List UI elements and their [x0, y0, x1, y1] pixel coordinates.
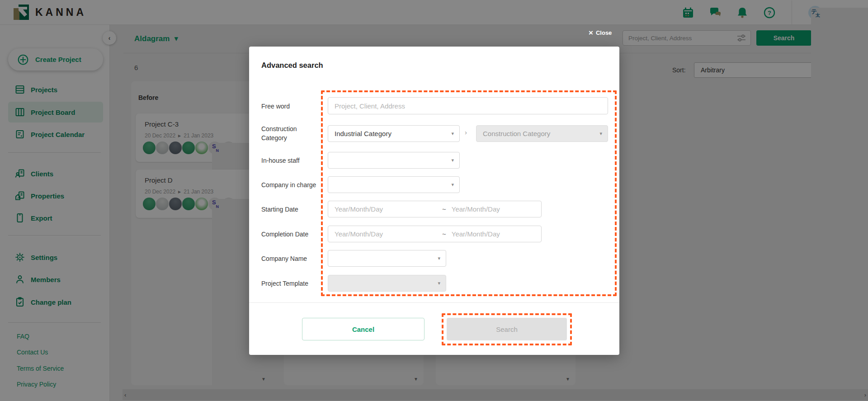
- chevron-down-icon: ▾: [438, 280, 440, 286]
- starting-date-from[interactable]: Year/Month/Day: [335, 205, 442, 213]
- construction-category-label: Construction Category: [261, 124, 320, 142]
- cancel-button[interactable]: Cancel: [302, 318, 425, 340]
- range-separator: ~: [442, 205, 446, 213]
- chevron-down-icon: ▾: [599, 131, 602, 137]
- completion-date-label: Completion Date: [261, 230, 320, 239]
- completion-date-from[interactable]: Year/Month/Day: [335, 230, 442, 238]
- modal-footer-divider: [249, 302, 619, 303]
- chevron-down-icon: ▾: [451, 131, 454, 137]
- free-word-input[interactable]: [335, 102, 601, 110]
- starting-date-to[interactable]: Year/Month/Day: [452, 205, 500, 213]
- company-in-charge-label: Company in charge: [261, 180, 316, 189]
- advanced-search-modal: Advanced search Free word Construction C…: [249, 47, 619, 355]
- construction-category-select[interactable]: Construction Category ▾: [476, 125, 608, 142]
- kanna-app: KANNA ?: [0, 0, 868, 401]
- chevron-down-icon: ▾: [451, 182, 454, 188]
- chevron-down-icon: ▾: [451, 157, 454, 163]
- company-name-label: Company Name: [261, 254, 320, 263]
- chevron-down-icon: ▾: [438, 255, 440, 261]
- modal-title: Advanced search: [261, 61, 323, 70]
- free-word-field: [328, 97, 608, 114]
- completion-date-range[interactable]: Year/Month/Day ~ Year/Month/Day: [328, 226, 542, 242]
- industrial-category-select[interactable]: Industrial Category ▾: [328, 125, 460, 142]
- modal-close-button[interactable]: × Close: [589, 29, 612, 37]
- completion-date-to[interactable]: Year/Month/Day: [452, 230, 500, 238]
- in-house-staff-label: In-house staff: [261, 156, 320, 165]
- company-in-charge-select[interactable]: ▾: [328, 176, 460, 193]
- close-icon: ×: [589, 29, 593, 37]
- starting-date-label: Starting Date: [261, 205, 320, 214]
- company-name-select[interactable]: ▾: [328, 250, 446, 267]
- modal-search-button[interactable]: Search: [447, 318, 567, 340]
- chevron-right-icon: ›: [465, 128, 467, 136]
- project-template-label: Project Template: [261, 279, 320, 288]
- range-separator: ~: [442, 230, 446, 238]
- in-house-staff-select[interactable]: ▾: [328, 152, 460, 169]
- starting-date-range[interactable]: Year/Month/Day ~ Year/Month/Day: [328, 201, 542, 217]
- free-word-label: Free word: [261, 102, 320, 111]
- project-template-select[interactable]: ▾: [328, 275, 446, 292]
- close-label: Close: [596, 29, 612, 36]
